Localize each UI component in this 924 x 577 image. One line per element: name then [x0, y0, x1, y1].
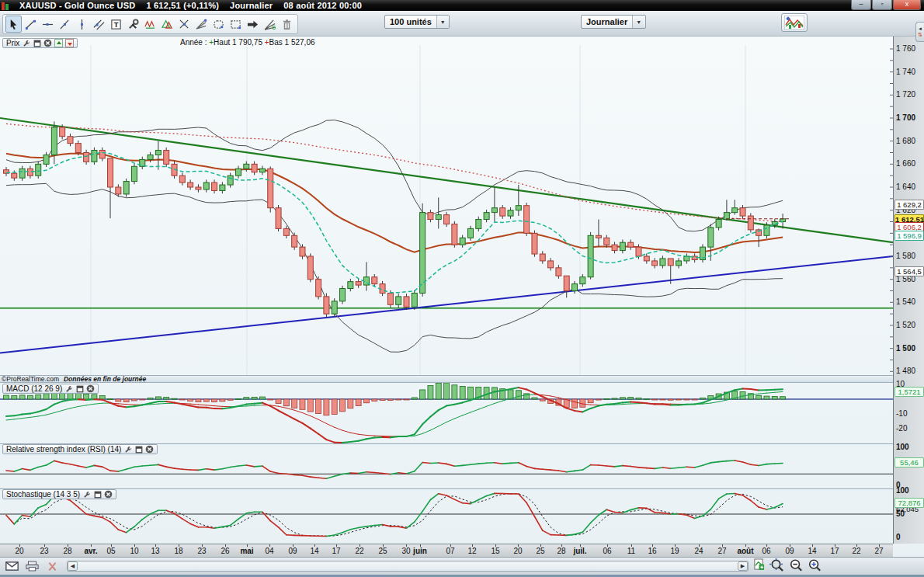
auto-fit-icon[interactable] — [753, 558, 765, 574]
stoch-panel-header: Stochastique (14 3 5) — [2, 489, 116, 499]
lasso-icon — [213, 19, 224, 30]
axis-tick-label: -20 — [896, 424, 907, 433]
date-label: 09 — [785, 547, 794, 555]
wrench-icon[interactable] — [64, 384, 73, 393]
parallel-icon — [93, 19, 105, 30]
price-panel-header: Prix — [2, 38, 78, 48]
date-tick — [134, 544, 135, 547]
drawing-tools-group: TG — [2, 14, 298, 34]
window-icon[interactable] — [134, 445, 143, 454]
window-icon[interactable] — [75, 384, 84, 393]
date-label: 26 — [221, 547, 229, 555]
window-icon[interactable] — [93, 490, 102, 499]
axis-tick-label: 1 700 — [896, 113, 915, 122]
trend-icon — [25, 19, 36, 30]
tool-trendline[interactable] — [23, 16, 39, 33]
tool-zigzag-pattern[interactable] — [142, 16, 158, 33]
wrench-icon[interactable] — [82, 490, 91, 499]
zoom-tools — [753, 558, 822, 575]
collapse-panel-tab[interactable]: ◂⇅ — [915, 22, 924, 42]
date-tick — [68, 544, 68, 547]
date-label: août — [737, 547, 753, 555]
wrench-icon[interactable] — [22, 39, 30, 47]
date-label: mai — [240, 547, 253, 555]
rect-icon — [230, 19, 241, 30]
date-label: 28 — [63, 547, 71, 555]
axis-tick-label: 1 760 — [896, 44, 915, 53]
arrow-up-button[interactable] — [54, 39, 63, 47]
date-tick — [420, 544, 421, 547]
title-bar: XAUUSD - Gold Ounce USD 1 612,51 (+0,11%… — [0, 0, 924, 11]
units-dropdown[interactable]: 100 unités ▼ — [384, 15, 450, 29]
date-label: 25 — [378, 547, 387, 555]
email-icon[interactable] — [3, 559, 20, 573]
window-icon[interactable] — [33, 39, 41, 47]
tool-triangle-pattern[interactable] — [159, 16, 175, 33]
tool-free-selection[interactable] — [210, 16, 227, 33]
updown-arrows-icon: ⇅ — [918, 32, 922, 38]
date-tick — [722, 544, 723, 547]
axis-tick-label: 1 480 — [896, 367, 915, 375]
date-tick — [314, 544, 315, 547]
scrollbar-thumb[interactable] — [78, 561, 738, 571]
arrow-down-button[interactable] — [65, 39, 74, 47]
scroll-right-arrow[interactable]: ▶ — [738, 561, 748, 571]
tool-drawing-tools[interactable] — [125, 16, 141, 33]
minimize-button[interactable]: – — [851, 0, 871, 10]
tool-horizontal-line[interactable] — [40, 16, 56, 33]
macd-label: MACD (12 26 9) — [6, 384, 62, 393]
oblique-icon — [59, 19, 71, 30]
tool-zone-selection[interactable] — [228, 16, 244, 33]
date-label: 18 — [174, 547, 182, 555]
tool-parallel-lines[interactable] — [91, 16, 107, 33]
tool-oblique-line[interactable] — [57, 16, 73, 33]
close-panel-icon[interactable] — [104, 490, 113, 499]
date-label: 11 — [627, 547, 635, 555]
chevron-down-icon: ▼ — [632, 16, 644, 28]
date-tick — [675, 544, 676, 547]
chart-canvas[interactable] — [0, 36, 893, 557]
date-tick — [225, 544, 226, 547]
close-panel-icon[interactable] — [86, 384, 95, 393]
date-label: 14 — [808, 547, 816, 555]
rsi-label: Relative strength index (RSI) (14) — [6, 445, 121, 454]
axis-value-box: 1 564,5 — [894, 266, 924, 276]
tool-vertical-line[interactable] — [74, 16, 90, 33]
zoom-range-icon[interactable] — [769, 558, 784, 575]
tool-fan-lines[interactable]: G — [262, 16, 278, 33]
tool-crossed-lines[interactable] — [176, 16, 193, 33]
date-label: 07 — [446, 547, 454, 555]
restore-button[interactable]: ▫ — [872, 0, 892, 10]
period-dropdown[interactable]: Journalier ▼ — [581, 15, 646, 29]
close-button[interactable]: x — [893, 0, 921, 10]
wrench-icon[interactable] — [123, 445, 132, 454]
date-tick — [19, 544, 20, 547]
tool-arrow[interactable] — [245, 16, 261, 33]
date-tick — [766, 544, 767, 547]
date-tick — [790, 544, 790, 547]
zoom-out-icon[interactable] — [789, 558, 803, 575]
date-axis[interactable]: 202328avr.051013182326mai04091417222530j… — [0, 544, 893, 557]
close-panel-icon[interactable] — [43, 39, 52, 47]
tool-delete-drawing[interactable] — [279, 16, 295, 33]
delete-disabled-icon — [43, 559, 61, 573]
zoom-in-icon[interactable] — [808, 558, 822, 575]
close-panel-icon[interactable] — [145, 445, 154, 454]
chart-region: Prix Année : +Haut 1 790,75 +Bas 1 527,0… — [0, 36, 924, 557]
tool-text-note[interactable]: T — [108, 16, 124, 33]
chart-type-button[interactable] — [781, 13, 808, 32]
hline-icon — [42, 19, 54, 30]
date-tick — [879, 544, 880, 547]
price-axis[interactable]: 1 7601 7401 7201 7001 6801 6601 6401 620… — [893, 36, 924, 544]
svg-text:G: G — [272, 25, 276, 30]
date-label: 10 — [130, 547, 138, 555]
print-icon[interactable] — [23, 559, 40, 573]
tool-fibonacci-fan[interactable] — [193, 16, 210, 33]
scroll-left-arrow[interactable]: ◀ — [68, 561, 78, 571]
tool-select[interactable] — [5, 16, 22, 33]
horizontal-scrollbar[interactable]: ◀ ▶ — [67, 561, 749, 572]
fib-icon — [196, 19, 207, 30]
cursor-icon — [8, 19, 19, 30]
date-tick — [179, 544, 179, 547]
date-tick — [495, 544, 496, 547]
